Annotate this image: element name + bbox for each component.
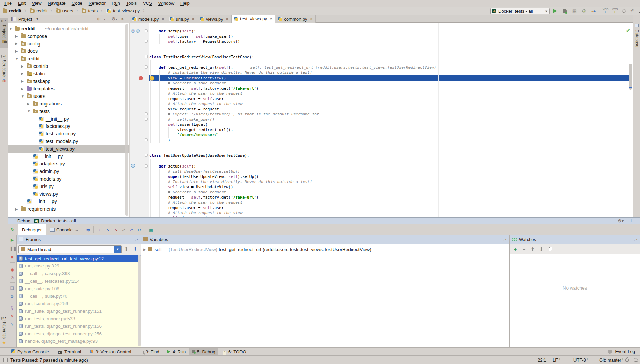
move-up-button[interactable]: ⬆ xyxy=(530,246,535,252)
hector-icon[interactable] xyxy=(634,357,638,362)
fold-marker[interactable] xyxy=(145,65,148,69)
menu-vcs[interactable]: VCS xyxy=(140,1,155,6)
chevron-down-icon[interactable]: ▼ xyxy=(114,246,121,253)
tree-expand-arrow[interactable]: ▶ xyxy=(21,79,24,83)
tree-item-admin-py[interactable]: admin.py xyxy=(8,168,129,175)
hide-panel-icon[interactable]: ⊥ xyxy=(629,218,633,223)
step-out-code-button[interactable]: ↦ xyxy=(137,228,142,232)
tool-button-6-todo[interactable]: ≡6: TODO xyxy=(220,348,249,356)
undo-button[interactable]: ↶ xyxy=(630,8,635,14)
menu-help[interactable]: Help xyxy=(177,1,193,6)
search-everywhere-button[interactable] xyxy=(635,8,640,14)
stripe-tab-project[interactable]: 1: Project xyxy=(0,18,8,48)
tree-collapse-arrow[interactable]: ▼ xyxy=(27,109,31,113)
remove-watch-button[interactable]: − xyxy=(521,246,527,252)
vcs-commit-button[interactable]: VCS↑ xyxy=(612,8,618,14)
tool-button-python-console[interactable]: Python Console xyxy=(8,348,52,356)
tree-expand-arrow[interactable]: ▶ xyxy=(15,42,18,46)
stripe-tab-favorites[interactable]: 2: Favorites★ xyxy=(0,317,8,352)
tree-item-test-views-py[interactable]: test_views.py xyxy=(8,145,129,153)
tree-expand-arrow[interactable]: ▶ xyxy=(27,102,30,106)
close-icon[interactable]: ✕ xyxy=(269,17,273,21)
editor-tab-views-py[interactable]: views.py✕ xyxy=(197,15,232,23)
editor-gutter[interactable]: ↑↓↑ xyxy=(130,23,149,217)
resume-button[interactable]: ▶ xyxy=(10,237,15,243)
stripe-tab-database[interactable]: Database xyxy=(633,22,640,67)
debug-tab-console[interactable]: Console→· xyxy=(46,224,84,235)
editor-tab-common-py[interactable]: common.py✕ xyxy=(275,15,315,23)
vcs-update-button[interactable]: VCS↓ xyxy=(603,8,608,14)
help-button[interactable]: ? xyxy=(10,322,15,327)
code-area[interactable]: def setUp(self): self.user = self.make_u… xyxy=(149,29,629,217)
tree-item-requirements[interactable]: ▶requirements xyxy=(8,205,129,213)
editor-tab-models-py[interactable]: models.py✕ xyxy=(130,15,167,23)
frame-row[interactable]: test_get_redirect_url, test_views.py:22 xyxy=(17,255,141,262)
caret-position[interactable]: 22:1 xyxy=(538,357,546,363)
run-to-cursor-button[interactable]: ↗ xyxy=(129,228,134,232)
tree-item-tests[interactable]: ▼tests xyxy=(8,108,129,115)
tree-item-adapters-py[interactable]: adapters.py xyxy=(8,160,129,168)
override-up-icon[interactable]: ↑ xyxy=(131,164,135,168)
tree-item-contrib[interactable]: ▶contrib xyxy=(8,62,129,70)
status-icon[interactable] xyxy=(3,358,8,362)
editor[interactable]: ↑↓↑ def setUp(self): self.user = self.ma… xyxy=(130,23,633,217)
frame-row[interactable]: run, suite.py:108 xyxy=(17,285,141,292)
close-button[interactable]: ✕ xyxy=(10,314,15,319)
frames-scrollbar[interactable] xyxy=(138,255,141,346)
thread-selector[interactable]: MainThread ▼ xyxy=(18,245,122,253)
frame-row[interactable]: run, case.py:329 xyxy=(17,262,141,270)
event-log-button[interactable]: Event Log xyxy=(608,347,635,355)
tree-item-config[interactable]: ▶config xyxy=(8,40,129,48)
menu-tools[interactable]: Tools xyxy=(123,1,140,6)
tree-item-compose[interactable]: ▶compose xyxy=(8,32,129,40)
step-over-button[interactable]: ↓ xyxy=(97,228,102,232)
tree-expand-arrow[interactable]: ▶ xyxy=(15,49,18,53)
menu-window[interactable]: Window xyxy=(155,1,177,6)
view-breakpoints-button[interactable]: ◉ xyxy=(10,267,15,272)
stripe-tab-structure[interactable]: 7: Structure xyxy=(0,55,8,90)
menu-refactor[interactable]: Refactor xyxy=(86,1,109,6)
restore-layout-button[interactable]: ❏ xyxy=(10,286,15,291)
show-exec-point-button[interactable]: ⇉ xyxy=(85,228,90,232)
frame-row[interactable]: handle, django_test_manage.py:93 xyxy=(17,337,141,345)
close-icon[interactable]: ✕ xyxy=(226,17,229,21)
step-into-button[interactable]: ↘ xyxy=(105,228,110,232)
frame-row[interactable]: run, tcunittest.py:259 xyxy=(17,300,141,307)
profiler-button[interactable]: ↗ xyxy=(581,8,587,14)
tree-item-reddit[interactable]: ▼reddit~/cookiecutter/reddit xyxy=(8,25,129,32)
lock-icon[interactable] xyxy=(625,357,629,362)
menu-view[interactable]: View xyxy=(29,1,45,6)
copy-button[interactable] xyxy=(547,246,553,252)
tree-item--init-py[interactable]: __init__.py xyxy=(8,198,129,205)
tree-item-docs[interactable]: ▶docs xyxy=(8,47,129,55)
chevron-down-icon[interactable]: ▼ xyxy=(36,17,39,21)
editor-tab-test_views-py[interactable]: test_views.py✕ xyxy=(232,15,275,23)
tree-item--init-py[interactable]: __init__.py xyxy=(8,153,129,160)
tool-button-5-debug[interactable]: 5: Debug xyxy=(189,348,218,356)
tree-item-urls-py[interactable]: urls.py xyxy=(8,183,129,190)
fold-marker[interactable] xyxy=(145,154,148,157)
tool-button-3-find[interactable]: 3: Find xyxy=(138,348,162,356)
tree-item-reddit[interactable]: ▼reddit xyxy=(8,55,129,62)
update-app-button[interactable]: ≡▸ xyxy=(591,8,597,14)
hide-panel-icon[interactable]: ⇤ xyxy=(121,16,125,21)
git-branch[interactable]: Git: master⇕ xyxy=(599,357,623,363)
project-tree-scrollbar[interactable] xyxy=(125,24,128,216)
locate-icon[interactable]: ⊕ xyxy=(97,16,101,21)
breadcrumb-item[interactable]: reddit xyxy=(3,8,21,13)
inspections-ok-icon[interactable]: ✔ xyxy=(626,28,630,34)
tool-button-4-run[interactable]: 4: Run xyxy=(165,348,188,356)
frame-row[interactable]: __call__, case.py:393 xyxy=(17,270,141,277)
recent-changes-button[interactable] xyxy=(621,8,627,14)
debug-tab-debugger[interactable]: Debugger xyxy=(18,224,46,235)
tree-collapse-arrow[interactable]: ▼ xyxy=(9,27,12,31)
menu-edit[interactable]: Edit xyxy=(15,1,29,6)
move-down-button[interactable]: ⬇ xyxy=(539,246,544,252)
step-out-button[interactable]: ↗ xyxy=(121,228,126,232)
tree-item-views-py[interactable]: views.py xyxy=(8,190,129,198)
expand-arrow-icon[interactable]: ▶ xyxy=(143,247,146,251)
close-icon[interactable]: ✕ xyxy=(191,17,195,21)
tool-button-terminal[interactable]: ▸Terminal xyxy=(55,348,84,356)
fold-marker[interactable] xyxy=(145,55,148,58)
frame-row[interactable]: __call__, testcases.py:214 xyxy=(17,277,141,285)
